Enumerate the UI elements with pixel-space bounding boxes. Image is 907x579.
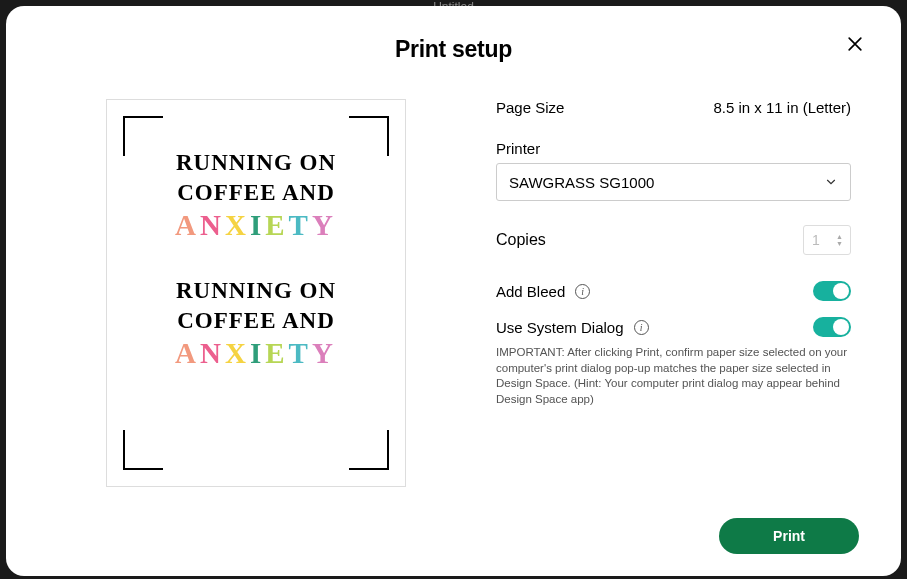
copies-label: Copies [496, 231, 546, 249]
modal-title: Print setup [48, 36, 859, 63]
print-setup-modal: Print setup RUNNING ON COFFEE AND ANXIET… [6, 6, 901, 576]
print-button[interactable]: Print [719, 518, 859, 554]
design-text: RUNNING ON [129, 280, 383, 302]
printer-select[interactable]: SAWGRASS SG1000 [496, 163, 851, 201]
info-icon[interactable]: i [634, 320, 649, 335]
design-text: COFFEE AND [129, 310, 383, 332]
stepper-down-icon[interactable]: ▼ [836, 240, 848, 247]
settings-panel: Page Size 8.5 in x 11 in (Letter) Printe… [496, 99, 859, 518]
system-dialog-label: Use System Dialog [496, 319, 624, 336]
printer-label: Printer [496, 140, 851, 157]
page-size-label: Page Size [496, 99, 564, 116]
design-text: ANXIETY [129, 340, 383, 366]
modal-content: RUNNING ON COFFEE AND ANXIETY RUNNING ON… [48, 99, 859, 518]
system-dialog-hint: IMPORTANT: After clicking Print, confirm… [496, 345, 851, 407]
page-size-row: Page Size 8.5 in x 11 in (Letter) [496, 99, 851, 116]
printer-selected-value: SAWGRASS SG1000 [509, 174, 654, 191]
copies-stepper[interactable]: ▲ ▼ [836, 226, 848, 254]
add-bleed-row: Add Bleed i [496, 281, 851, 301]
chevron-down-icon [824, 175, 838, 189]
design-text: RUNNING ON [129, 152, 383, 174]
info-icon[interactable]: i [575, 284, 590, 299]
close-button[interactable] [845, 34, 869, 58]
crop-mark-icon [349, 116, 389, 156]
page-size-value: 8.5 in x 11 in (Letter) [713, 99, 851, 116]
crop-mark-icon [349, 430, 389, 470]
design-text: ANXIETY [129, 212, 383, 238]
close-icon [845, 34, 865, 54]
copies-input[interactable]: 1 ▲ ▼ [803, 225, 851, 255]
modal-footer: Print [48, 518, 859, 554]
add-bleed-toggle[interactable] [813, 281, 851, 301]
design-instance: RUNNING ON COFFEE AND ANXIETY [129, 152, 383, 238]
design-instance: RUNNING ON COFFEE AND ANXIETY [129, 280, 383, 366]
copies-row: Copies 1 ▲ ▼ [496, 225, 851, 255]
system-dialog-toggle[interactable] [813, 317, 851, 337]
add-bleed-label: Add Bleed [496, 283, 565, 300]
system-dialog-row: Use System Dialog i [496, 317, 851, 337]
print-preview: RUNNING ON COFFEE AND ANXIETY RUNNING ON… [106, 99, 406, 487]
design-text: COFFEE AND [129, 182, 383, 204]
crop-mark-icon [123, 430, 163, 470]
crop-mark-icon [123, 116, 163, 156]
copies-value: 1 [812, 232, 820, 248]
stepper-up-icon[interactable]: ▲ [836, 233, 848, 240]
printer-block: Printer SAWGRASS SG1000 [496, 140, 851, 201]
